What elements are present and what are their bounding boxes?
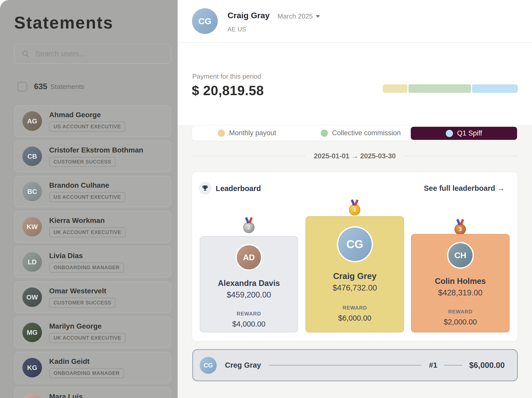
user-name: Kadin Geidt	[49, 357, 90, 366]
avatar: MG	[22, 323, 42, 342]
chevron-down-icon	[316, 15, 320, 18]
breakdown-legend: Monthly payout Collective commission Q1 …	[192, 125, 518, 141]
search-input[interactable]	[35, 49, 164, 58]
list-item[interactable]: ML Mara Luis CUSTOMER SUCCESS	[14, 387, 171, 398]
period-dropdown[interactable]: March 2025	[277, 12, 320, 20]
list-item[interactable]: MG Marilyn George UK ACCOUNT EXECUTIVE	[14, 317, 171, 348]
bronze-medal-icon: 3	[454, 219, 466, 235]
reward-label: REWARD	[343, 305, 367, 311]
rank-badge: #1	[429, 361, 437, 369]
statements-count-label: Statements	[50, 83, 84, 91]
role-badge: US ACCOUNT EXECUTIVE	[49, 122, 125, 132]
reward-value: $6,000.00	[338, 314, 371, 322]
leaderboard-title: Leaderboard	[216, 184, 261, 193]
reward-value: $2,000.00	[444, 318, 477, 326]
user-name: Kierra Workman	[49, 216, 105, 225]
user-subtitle: AE US	[228, 26, 246, 33]
statements-count-row: 635 Statements	[18, 82, 84, 92]
q1-spiff-dot-icon	[446, 130, 453, 137]
date-range-row: 2025-01-01 → 2025-03-30	[192, 149, 518, 163]
podium-name: Colin Holmes	[435, 277, 486, 286]
gold-medal-icon: 1	[349, 200, 361, 215]
list-item[interactable]: BC Brandon Culhane US ACCOUNT EXECUTIVE	[14, 176, 171, 207]
legend-label: Collective commission	[332, 129, 401, 137]
legend-label: Q1 Spiff	[457, 129, 482, 137]
podium-name: Alexandra Davis	[218, 279, 280, 288]
role-badge: US ACCOUNT EXECUTIVE	[49, 192, 125, 202]
monthly-payout-dot-icon	[218, 130, 225, 137]
user-name: Marilyn George	[49, 322, 102, 330]
user-name: Ahmad George	[49, 111, 101, 119]
rank-number: 2	[243, 222, 255, 233]
date-range: 2025-01-01 → 2025-03-30	[192, 152, 518, 160]
list-item[interactable]: KG Kadin Geidt ONBOARDING MANAGER	[14, 352, 171, 383]
rank-number: 3	[455, 224, 466, 235]
payment-label: Payment for this period	[192, 73, 261, 80]
podium-card-third[interactable]: CH Colin Holmes $428,319.00 REWARD $2,00…	[411, 234, 510, 332]
detail-header: CG Craig Gray March 2025 AE US	[178, 0, 532, 43]
bar-segment-q1-spiff[interactable]	[472, 84, 518, 93]
user-name: Creg Gray	[225, 361, 261, 369]
user-name: Mara Luis	[49, 393, 83, 398]
reward-value: $4,000.00	[232, 320, 265, 328]
legend-item-monthly-payout[interactable]: Monthly payout	[218, 125, 276, 141]
user-name: Omar Westervelt	[49, 287, 106, 295]
page-title: Statements	[14, 13, 114, 32]
list-item[interactable]: KW Kierra Workman UK ACCOUNT EXECUTIVE	[14, 211, 171, 242]
reward-label: REWARD	[237, 311, 261, 317]
divider	[444, 365, 463, 366]
reward-value: $6,000.00	[469, 361, 505, 370]
reward-label: REWARD	[448, 309, 473, 315]
user-list: AG Ahmad George US ACCOUNT EXECUTIVE CB …	[14, 105, 171, 398]
role-badge: ONBOARDING MANAGER	[49, 263, 124, 273]
avatar: OW	[22, 287, 42, 307]
podium-value: $476,732.00	[333, 283, 377, 293]
podium-card-second[interactable]: AD Alexandra Davis $459,200.00 REWARD $4…	[200, 236, 298, 332]
statements-count: 635	[34, 82, 47, 91]
avatar: CG	[192, 8, 218, 34]
list-item[interactable]: CB Cristofer Ekstrom Bothman CUSTOMER SU…	[14, 141, 171, 172]
payment-amount: $ 20,819.58	[192, 83, 264, 98]
current-user-rank-row[interactable]: CG Creg Gray #1 $6,000.00	[192, 349, 518, 381]
avatar: CH	[448, 243, 473, 267]
podium-value: $428,319.00	[438, 288, 482, 297]
user-name: Craig Gray	[228, 11, 270, 20]
role-badge: UK ACCOUNT EXECUTIVE	[49, 227, 126, 237]
avatar: CB	[22, 147, 42, 166]
avatar: AD	[237, 245, 261, 269]
user-name: Cristofer Ekstrom Bothman	[49, 146, 143, 154]
list-item[interactable]: OW Omar Westervelt CUSTOMER SUCCESS	[14, 282, 171, 313]
trophy-icon	[199, 182, 212, 195]
user-name: Livia Dias	[49, 252, 83, 260]
legend-item-collective-commission[interactable]: Collective commission	[321, 125, 401, 141]
podium-card-first[interactable]: CG Craig Grey $476,732.00 REWARD $6,000.…	[306, 216, 404, 332]
avatar: CG	[200, 357, 217, 374]
role-badge: UK ACCOUNT EXECUTIVE	[49, 333, 126, 343]
avatar: ML	[22, 393, 42, 398]
payment-breakdown-bar	[383, 84, 518, 93]
statements-sidebar: Statements 635 Statements AG Ahmad Georg…	[0, 0, 178, 398]
avatar: BC	[22, 182, 42, 201]
rank-number: 1	[349, 204, 360, 215]
avatar: CG	[338, 228, 372, 261]
silver-medal-icon: 2	[243, 217, 255, 233]
see-full-leaderboard-link[interactable]: See full leaderboard →	[424, 184, 505, 193]
list-item[interactable]: LD Livia Dias ONBOARDING MANAGER	[14, 246, 171, 278]
avatar: LD	[22, 252, 42, 272]
avatar: KG	[22, 358, 42, 377]
legend-label: Monthly payout	[229, 129, 276, 137]
user-name: Brandon Culhane	[49, 181, 109, 189]
period-label: March 2025	[277, 12, 313, 20]
list-item[interactable]: AG Ahmad George US ACCOUNT EXECUTIVE	[14, 105, 171, 137]
role-badge: CUSTOMER SUCCESS	[49, 157, 116, 167]
bar-segment-collective-commission[interactable]	[408, 84, 471, 93]
legend-item-q1-spiff-selected[interactable]: Q1 Spiff	[411, 127, 517, 140]
search-box[interactable]	[14, 44, 171, 64]
podium-value: $459,200.00	[227, 290, 271, 300]
collective-commission-dot-icon	[321, 130, 328, 137]
divider	[269, 365, 421, 366]
avatar: KW	[22, 217, 42, 237]
bar-segment-monthly-payout[interactable]	[383, 84, 407, 93]
select-all-checkbox[interactable]	[18, 82, 27, 92]
avatar: AG	[22, 111, 42, 131]
